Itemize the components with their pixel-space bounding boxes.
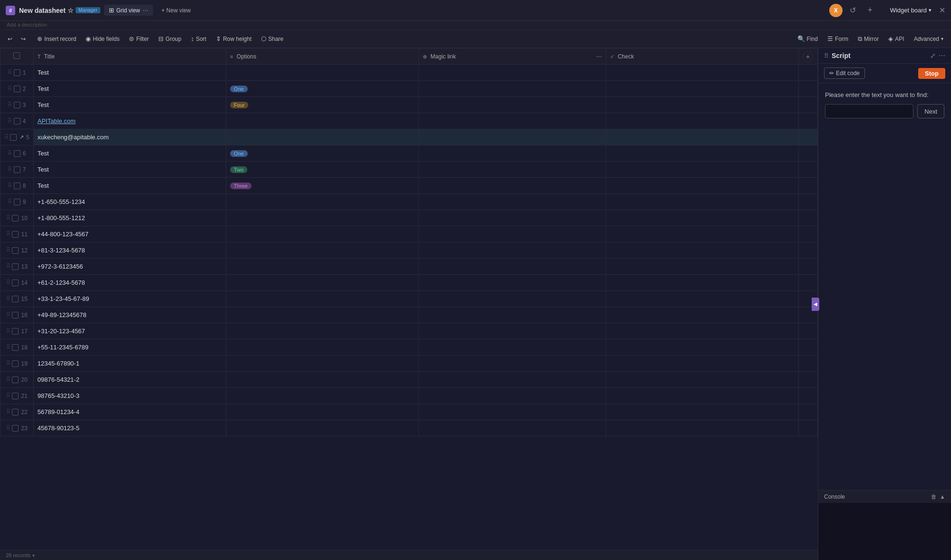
row-options-cell[interactable] xyxy=(226,420,418,436)
row-magic-cell[interactable] xyxy=(418,259,606,275)
row-title-cell[interactable]: +1-800-555-1212 xyxy=(33,210,226,226)
row-options-cell[interactable] xyxy=(226,194,418,210)
row-drag-handle[interactable]: ⠿ xyxy=(6,295,10,302)
new-view-button[interactable]: + New view xyxy=(157,5,196,16)
add-column-button[interactable]: + xyxy=(803,51,813,62)
row-checkbox[interactable] xyxy=(14,150,20,157)
row-drag-handle[interactable]: ⠿ xyxy=(6,408,10,415)
row-drag-handle[interactable]: ⠿ xyxy=(6,279,10,286)
row-title-cell[interactable]: +1-650-555-1234 xyxy=(33,194,226,210)
row-magic-cell[interactable] xyxy=(418,242,606,259)
stop-button[interactable]: Stop xyxy=(918,68,945,79)
row-checkbox[interactable] xyxy=(12,393,19,399)
undo-button[interactable]: ↩ xyxy=(4,34,16,44)
row-title-cell[interactable]: +55-11-2345-6789 xyxy=(33,339,226,356)
row-drag-handle[interactable]: ⠿ xyxy=(4,134,9,140)
row-check-cell[interactable] xyxy=(606,145,798,162)
row-checkbox[interactable] xyxy=(12,296,19,302)
table-scroll[interactable]: T Title ≡ Options ⊕ Magic link ⋯ xyxy=(0,48,818,550)
row-title-cell[interactable]: +972-3-6123456 xyxy=(33,259,226,275)
mirror-button[interactable]: ⧉ Mirror xyxy=(854,33,883,45)
row-options-cell[interactable] xyxy=(226,339,418,356)
row-drag-handle[interactable]: ⠿ xyxy=(6,231,10,237)
row-magic-cell[interactable] xyxy=(418,226,606,242)
row-title-cell[interactable]: +81-3-1234-5678 xyxy=(33,242,226,259)
row-checkbox[interactable] xyxy=(12,409,19,415)
row-drag-handle[interactable]: ⠿ xyxy=(6,328,10,334)
row-options-cell[interactable] xyxy=(226,210,418,226)
row-options-cell[interactable]: Four xyxy=(226,97,418,113)
row-checkbox[interactable] xyxy=(14,199,20,205)
row-title-cell[interactable]: +44-800-123-4567 xyxy=(33,226,226,242)
row-check-cell[interactable] xyxy=(606,307,798,323)
row-options-cell[interactable] xyxy=(226,307,418,323)
console-collapse-icon[interactable]: ▲ xyxy=(940,493,945,500)
external-link-icon[interactable]: ↗ xyxy=(19,134,24,140)
row-title-cell[interactable]: 45678-90123-5 xyxy=(33,420,226,436)
row-magic-cell[interactable] xyxy=(418,372,606,388)
row-options-cell[interactable]: Two xyxy=(226,162,418,178)
plus-button[interactable]: + xyxy=(864,4,877,17)
script-more-icon[interactable]: ⋯ xyxy=(939,52,945,59)
magic-col-more[interactable]: ⋯ xyxy=(596,53,602,60)
row-check-cell[interactable] xyxy=(606,81,798,97)
row-checkbox[interactable] xyxy=(12,344,19,351)
row-magic-cell[interactable] xyxy=(418,388,606,404)
row-magic-cell[interactable] xyxy=(418,113,606,129)
row-options-cell[interactable] xyxy=(226,275,418,291)
row-options-cell[interactable] xyxy=(226,65,418,81)
row-checkbox[interactable] xyxy=(12,312,19,319)
row-magic-cell[interactable] xyxy=(418,81,606,97)
row-check-cell[interactable] xyxy=(606,210,798,226)
row-checkbox[interactable] xyxy=(14,166,20,173)
row-check-cell[interactable] xyxy=(606,242,798,259)
row-magic-cell[interactable] xyxy=(418,65,606,81)
row-checkbox[interactable] xyxy=(12,280,19,286)
row-drag-handle[interactable]: ⠿ xyxy=(6,376,10,383)
row-options-cell[interactable]: One xyxy=(226,145,418,162)
group-button[interactable]: ⊟ Group xyxy=(155,33,185,44)
row-checkbox[interactable] xyxy=(12,360,19,367)
row-magic-cell[interactable] xyxy=(418,420,606,436)
row-magic-cell[interactable] xyxy=(418,162,606,178)
sort-button[interactable]: ↕ Sort xyxy=(187,33,210,44)
row-check-cell[interactable] xyxy=(606,420,798,436)
row-magic-cell[interactable] xyxy=(418,275,606,291)
row-checkbox[interactable] xyxy=(14,183,20,189)
row-title-cell[interactable]: 56789-01234-4 xyxy=(33,404,226,420)
row-check-cell[interactable] xyxy=(606,275,798,291)
row-checkbox[interactable] xyxy=(12,247,19,254)
row-checkbox[interactable] xyxy=(12,328,19,335)
row-drag-handle[interactable]: ⠿ xyxy=(6,263,10,270)
redo-button[interactable]: ↪ xyxy=(17,34,29,44)
row-drag-handle[interactable]: ⠿ xyxy=(8,166,12,173)
row-check-cell[interactable] xyxy=(606,162,798,178)
row-title-cell[interactable]: Test xyxy=(33,178,226,194)
api-button[interactable]: ◈ API xyxy=(884,33,908,44)
row-check-cell[interactable] xyxy=(606,339,798,356)
find-input[interactable] xyxy=(825,104,913,118)
row-check-cell[interactable] xyxy=(606,226,798,242)
row-drag-handle[interactable]: ⠿ xyxy=(6,425,10,431)
row-drag-handle[interactable]: ⠿ xyxy=(6,344,10,350)
row-check-cell[interactable] xyxy=(606,372,798,388)
row-magic-cell[interactable] xyxy=(418,404,606,420)
insert-record-button[interactable]: ⊕ Insert record xyxy=(33,33,80,44)
row-options-cell[interactable] xyxy=(226,242,418,259)
row-drag-handle[interactable]: ⠿ xyxy=(6,311,10,318)
row-checkbox[interactable] xyxy=(14,86,20,92)
row-options-cell[interactable] xyxy=(226,129,418,145)
row-options-cell[interactable] xyxy=(226,323,418,339)
row-options-cell[interactable] xyxy=(226,372,418,388)
row-title-cell[interactable]: 12345-67890-1 xyxy=(33,356,226,372)
row-check-cell[interactable] xyxy=(606,97,798,113)
row-options-cell[interactable] xyxy=(226,291,418,307)
header-add-col[interactable]: + xyxy=(799,48,818,65)
row-title-cell[interactable]: Test xyxy=(33,162,226,178)
row-options-cell[interactable] xyxy=(226,113,418,129)
star-icon[interactable]: ☆ xyxy=(68,7,74,14)
row-title-cell[interactable]: +61-2-1234-5678 xyxy=(33,275,226,291)
row-title-cell[interactable]: +33-1-23-45-67-89 xyxy=(33,291,226,307)
advanced-button[interactable]: Advanced ▾ xyxy=(910,34,947,44)
row-title-cell[interactable]: 98765-43210-3 xyxy=(33,388,226,404)
